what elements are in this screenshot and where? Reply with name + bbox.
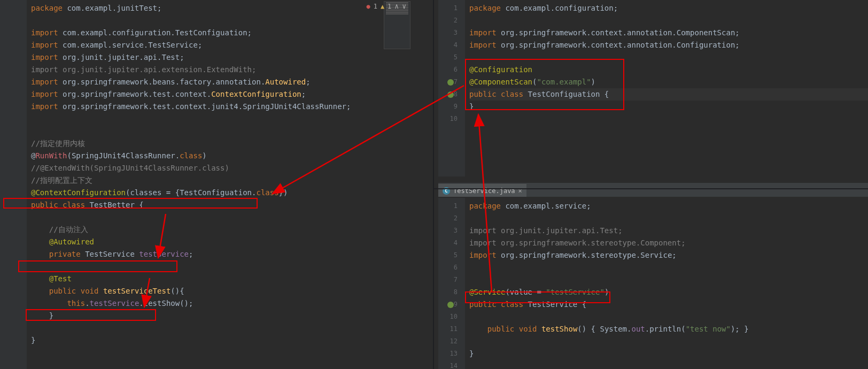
code-line[interactable]: }: [31, 310, 412, 322]
code-line[interactable]: [31, 113, 412, 125]
code-line[interactable]: [31, 322, 412, 334]
code-line[interactable]: [31, 125, 412, 137]
code-line[interactable]: [469, 335, 868, 348]
code-line[interactable]: [469, 262, 868, 274]
code-line[interactable]: import org.springframework.context.annot…: [469, 27, 868, 39]
error-count: 1: [374, 3, 377, 10]
code-line[interactable]: //自动注入: [31, 224, 412, 236]
code-line[interactable]: [469, 113, 868, 125]
line-number: 11: [438, 323, 458, 335]
editor-right-bottom[interactable]: C TestService.java × 1234567891011121314…: [438, 198, 868, 369]
code-line[interactable]: }: [31, 334, 412, 347]
line-number: 8: [438, 88, 458, 101]
code-right-top[interactable]: package com.exampl.configuration;import …: [465, 0, 868, 125]
line-number: 6: [438, 262, 458, 274]
code-line[interactable]: @Configuration: [469, 64, 868, 76]
code-line[interactable]: @ContextConfiguration(classes = {TestCon…: [31, 187, 412, 199]
code-line[interactable]: @ComponentScan("com.exampl"): [469, 76, 868, 88]
code-line[interactable]: }: [469, 101, 868, 113]
code-line[interactable]: this.testService.testShow();: [31, 297, 412, 310]
code-line[interactable]: package com.exampl.service;: [469, 200, 868, 212]
code-line[interactable]: public class TestConfiguation {: [469, 88, 868, 101]
code-line[interactable]: import org.springframework.beans.factory…: [31, 76, 412, 88]
code-line[interactable]: //指明配置上下文: [31, 174, 412, 187]
problems-indicator[interactable]: ● 1 ▲ 1 ∧ ∨: [366, 2, 406, 10]
line-number: 6: [438, 64, 458, 76]
code-line[interactable]: import org.springframework.stereotype.Se…: [469, 249, 868, 262]
vertical-splitter[interactable]: [433, 0, 434, 369]
horizontal-splitter[interactable]: [434, 188, 868, 189]
line-number: 5: [438, 249, 458, 262]
code-line[interactable]: import com.exampl.configuration.TestConf…: [31, 27, 412, 39]
code-line[interactable]: [469, 51, 868, 64]
code-line[interactable]: private TestService testService;: [31, 248, 412, 260]
code-line[interactable]: [469, 14, 868, 27]
line-number: 3: [438, 225, 458, 237]
spring-bean-icon[interactable]: [447, 79, 454, 86]
code-line[interactable]: public class TestService {: [469, 298, 868, 311]
code-line[interactable]: [469, 311, 868, 323]
line-number: 5: [438, 51, 458, 64]
line-number: 8: [438, 286, 458, 298]
warning-count: 1: [387, 3, 391, 10]
code-line[interactable]: public void testShow() { System.out.prin…: [469, 323, 868, 335]
next-problem-icon[interactable]: ∨: [402, 2, 406, 10]
line-number: 7: [438, 274, 458, 286]
warning-icon: ▲: [381, 3, 384, 10]
code-line[interactable]: public void testServiceTest(){: [31, 285, 412, 297]
spring-bean-icon[interactable]: [447, 302, 454, 308]
line-number: 14: [438, 360, 458, 369]
code-line[interactable]: @Service(value = "testService"): [469, 286, 868, 298]
line-number: 7: [438, 76, 458, 88]
line-number: 4: [438, 237, 458, 249]
code-line[interactable]: import org.junit.jupiter.api.extension.E…: [31, 64, 412, 76]
code-line[interactable]: import org.springframework.test.context.…: [31, 101, 412, 113]
line-number: 9: [438, 298, 458, 311]
line-number: 1: [438, 2, 458, 14]
code-line[interactable]: @Test: [31, 273, 412, 285]
code-left[interactable]: package com.exampl.junitTest;import com.…: [27, 0, 412, 347]
code-line[interactable]: public class TestBetter {: [31, 199, 412, 211]
code-line[interactable]: import org.junit.jupiter.api.Test;: [31, 51, 412, 64]
line-number: 10: [438, 113, 458, 125]
code-line[interactable]: [469, 360, 868, 369]
code-line[interactable]: [469, 212, 868, 225]
code-line[interactable]: [31, 14, 412, 27]
code-line[interactable]: package com.exampl.junitTest;: [31, 2, 412, 14]
editor-right-top[interactable]: 12345678910 package com.exampl.configura…: [438, 0, 868, 176]
line-number: 10: [438, 311, 458, 323]
error-icon: ●: [366, 3, 370, 10]
gutter-right-top: 12345678910: [438, 0, 465, 176]
code-line[interactable]: import org.springframework.context.annot…: [469, 39, 868, 51]
editor-left[interactable]: ● 1 ▲ 1 ∧ ∨ package com.exampl.junitTest…: [0, 0, 412, 369]
code-line[interactable]: @RunWith(SpringJUnit4ClassRunner.class): [31, 150, 412, 162]
code-line[interactable]: }: [469, 348, 868, 360]
line-number: 2: [438, 212, 458, 225]
line-number: 13: [438, 348, 458, 360]
code-right-bottom[interactable]: package com.exampl.service;import org.ju…: [465, 198, 868, 369]
spring-bean-icon[interactable]: [447, 91, 454, 98]
prev-problem-icon[interactable]: ∧: [394, 2, 399, 10]
code-line[interactable]: [469, 274, 868, 286]
tab-testservice[interactable]: C TestService.java ×: [438, 184, 526, 197]
code-line[interactable]: //指定使用内核: [31, 137, 412, 150]
code-line[interactable]: //@ExtendWith(SpringJUnit4ClassRunner.cl…: [31, 162, 412, 174]
code-line[interactable]: import org.junit.jupiter.api.Test;: [469, 225, 868, 237]
code-line[interactable]: @Autowired: [31, 236, 412, 248]
line-number: 12: [438, 335, 458, 348]
code-line[interactable]: [31, 211, 412, 224]
code-line[interactable]: import org.springframework.test.context.…: [31, 88, 412, 101]
code-line[interactable]: import org.springframework.stereotype.Co…: [469, 237, 868, 249]
code-line[interactable]: [31, 260, 412, 273]
gutter-right-bottom: 1234567891011121314: [438, 198, 465, 369]
line-number: 2: [438, 14, 458, 27]
gutter-left: [0, 0, 27, 369]
code-line[interactable]: package com.exampl.configuration;: [469, 2, 868, 14]
line-number: 3: [438, 27, 458, 39]
tab-bar: C TestService.java ×: [438, 183, 868, 197]
code-line[interactable]: import com.exampl.service.TestService;: [31, 39, 412, 51]
line-number: 9: [438, 101, 458, 113]
line-number: 1: [438, 200, 458, 212]
line-number: 4: [438, 39, 458, 51]
